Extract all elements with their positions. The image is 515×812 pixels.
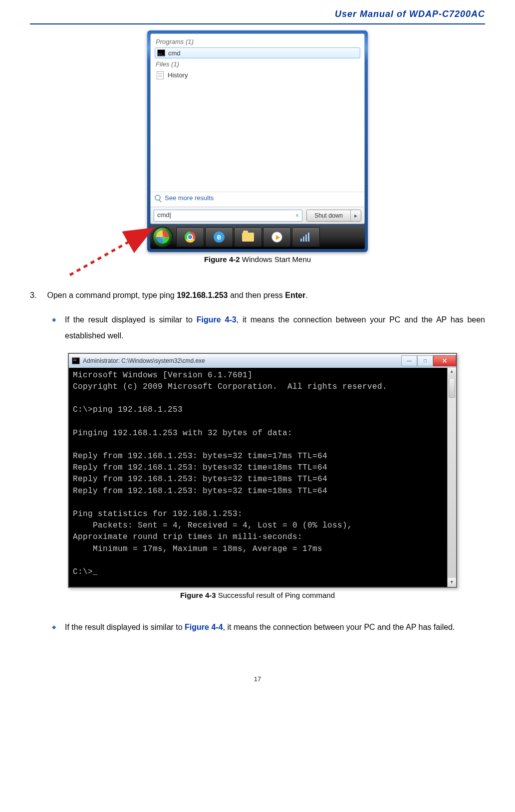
bullet-success: If the result displayed is similar to Fi… xyxy=(52,312,485,344)
annotation-arrow xyxy=(65,225,165,280)
program-item-label: cmd xyxy=(168,49,181,57)
files-group-label: Files (1) xyxy=(151,59,364,69)
cmd-icon xyxy=(157,49,165,56)
file-item-label: History xyxy=(168,71,188,79)
see-more-results[interactable]: See more results xyxy=(151,192,364,204)
file-item-history[interactable]: History xyxy=(155,70,360,81)
figure-4-3-caption: Figure 4-3 Successful result of Ping com… xyxy=(30,591,485,599)
page-number: 17 xyxy=(30,675,485,683)
clear-search-icon[interactable]: × xyxy=(295,212,299,219)
wifi-icon xyxy=(300,233,311,242)
shutdown-label: Shut down xyxy=(307,210,351,221)
taskbar-explorer[interactable] xyxy=(234,227,262,247)
caption-text: Successful result of Ping command xyxy=(216,591,335,599)
bullet-pre: If the result displayed is similar to xyxy=(65,315,197,324)
start-menu-bottom-bar: cmd| × Shut down ▸ xyxy=(151,207,364,224)
figure-4-3-link[interactable]: Figure 4-3 xyxy=(197,315,237,324)
step-text-1: Open a command prompt, type ping xyxy=(47,291,177,299)
taskbar-ie[interactable] xyxy=(205,227,233,247)
scroll-thumb[interactable] xyxy=(449,378,455,398)
start-menu-panel: Programs (1) cmd Files (1) History See m… xyxy=(150,33,365,224)
search-input-value: cmd| xyxy=(157,211,171,219)
shutdown-arrow-icon[interactable]: ▸ xyxy=(351,210,361,221)
caption-bold: Figure 4-2 xyxy=(204,255,240,264)
step-ip: 192.168.1.253 xyxy=(177,291,228,299)
step-number: 3. xyxy=(30,288,45,303)
maximize-button[interactable]: □ xyxy=(417,355,433,366)
cmd-scrollbar[interactable]: ▲▼ xyxy=(447,368,456,587)
close-button[interactable]: ✕ xyxy=(433,355,456,366)
wmp-icon xyxy=(271,232,282,243)
see-more-label: See more results xyxy=(165,194,214,202)
bullet-pre: If the result displayed is similar to xyxy=(65,623,185,631)
programs-group-label: Programs (1) xyxy=(151,37,364,46)
search-input[interactable]: cmd| × xyxy=(154,210,302,222)
figure-4-4-link[interactable]: Figure 4-4 xyxy=(185,623,223,631)
caption-bold: Figure 4-3 xyxy=(180,591,216,599)
search-icon xyxy=(155,195,161,201)
cmd-title-icon xyxy=(72,357,80,364)
taskbar xyxy=(150,225,365,249)
step-period: . xyxy=(305,291,307,299)
start-menu: Programs (1) cmd Files (1) History See m… xyxy=(147,30,368,252)
chrome-icon xyxy=(185,232,196,243)
step-3: 3. Open a command prompt, type ping 192.… xyxy=(30,288,485,303)
ie-icon xyxy=(214,232,225,243)
svg-line-0 xyxy=(70,230,150,275)
scroll-down-icon[interactable]: ▼ xyxy=(448,578,456,587)
file-icon xyxy=(157,71,164,79)
cmd-output-text: Microsoft Windows [Version 6.1.7601] Cop… xyxy=(73,371,387,576)
minimize-button[interactable]: — xyxy=(401,355,417,366)
bullet-failure: If the result displayed is similar to Fi… xyxy=(52,619,485,635)
cmd-window-title: Administrator: C:\Windows\system32\cmd.e… xyxy=(83,357,205,364)
cmd-window: Administrator: C:\Windows\system32\cmd.e… xyxy=(68,353,457,588)
program-item-cmd[interactable]: cmd xyxy=(155,47,360,58)
shutdown-button[interactable]: Shut down ▸ xyxy=(306,210,361,222)
step-text-2: and then press xyxy=(228,291,285,299)
doc-header-title: User Manual of WDAP-C7200AC xyxy=(30,0,485,23)
header-rule xyxy=(30,23,485,24)
cmd-output: Microsoft Windows [Version 6.1.7601] Cop… xyxy=(69,368,456,587)
folder-icon xyxy=(242,233,254,242)
scroll-up-icon[interactable]: ▲ xyxy=(448,368,456,377)
bullet-post: , it means the connection between your P… xyxy=(223,623,455,631)
taskbar-wmp[interactable] xyxy=(263,227,291,247)
cmd-titlebar[interactable]: Administrator: C:\Windows\system32\cmd.e… xyxy=(69,354,456,368)
taskbar-wifi[interactable] xyxy=(292,227,320,247)
caption-text: Windows Start Menu xyxy=(240,255,311,264)
step-enter: Enter xyxy=(285,291,305,299)
figure-4-2: Programs (1) cmd Files (1) History See m… xyxy=(30,30,485,264)
window-buttons: — □ ✕ xyxy=(401,355,456,366)
taskbar-chrome[interactable] xyxy=(176,227,204,247)
